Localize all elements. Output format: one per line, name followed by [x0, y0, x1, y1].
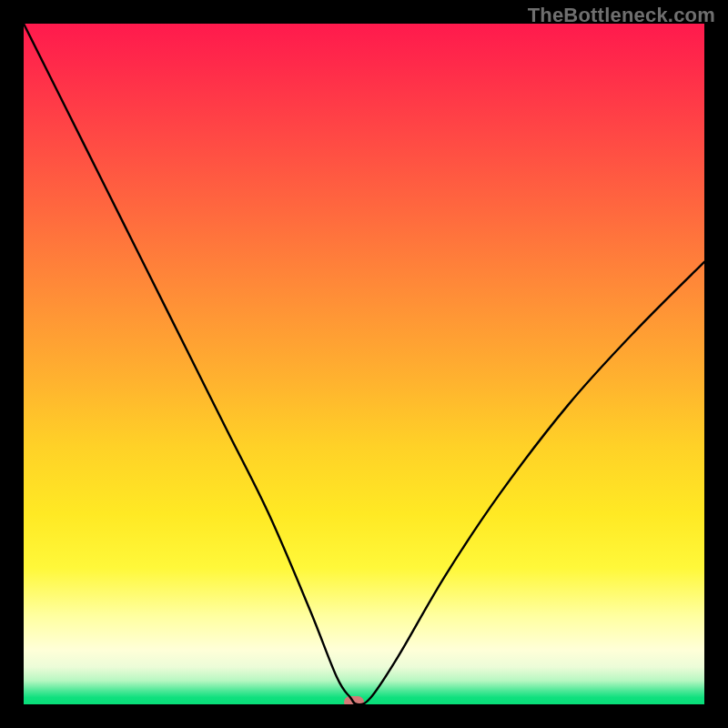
bottleneck-curve-path [24, 24, 704, 704]
plot-area [24, 24, 704, 704]
bottleneck-curve-svg [24, 24, 704, 704]
watermark-text: TheBottleneck.com [528, 4, 715, 27]
chart-frame: TheBottleneck.com [0, 0, 728, 728]
